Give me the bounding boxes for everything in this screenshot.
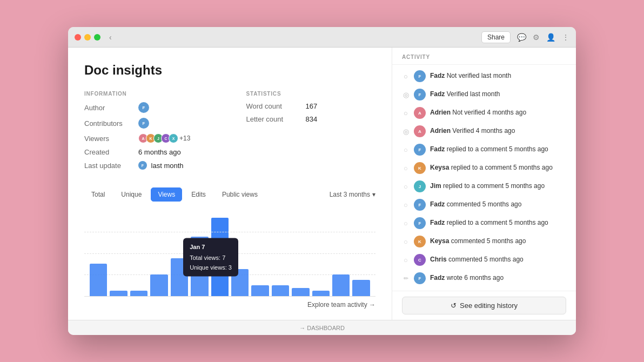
tab-edits[interactable]: Edits xyxy=(184,187,213,202)
minimize-button[interactable] xyxy=(84,34,91,41)
activity-avatar-7: F xyxy=(414,199,426,211)
chart-bar-6[interactable] xyxy=(211,218,229,296)
activity-icon-10: ○ xyxy=(402,256,410,264)
chart-bar-11[interactable] xyxy=(312,291,330,296)
activity-item-9: ○KKeysa commented 5 months ago xyxy=(392,232,576,251)
activity-avatar-5: K xyxy=(414,162,426,174)
bottom-bar: → DASHBOARD xyxy=(68,320,576,335)
activity-text-10: Chris commented 5 months ago xyxy=(430,256,566,264)
activity-item-7: ○FFadz commented 5 months ago xyxy=(392,196,576,214)
activity-item-10: ○CChris commented 5 months ago xyxy=(392,251,576,269)
see-editing-history-button[interactable]: ↺ See editing history xyxy=(402,297,566,314)
word-count-val: 167 xyxy=(306,102,318,110)
activity-panel: ACTIVITY ○FFadz Not verified last month◎… xyxy=(392,48,576,320)
content-area: Doc insights INFORMATION Author F Contri… xyxy=(68,48,576,320)
back-button[interactable]: ‹ xyxy=(109,33,112,42)
activity-item-2: ○AAdrien Not verified 4 months ago xyxy=(392,104,576,122)
activity-header: ACTIVITY xyxy=(392,48,576,65)
activity-avatar-0: F xyxy=(414,70,426,82)
created-key: Created xyxy=(84,148,138,156)
info-stats-row: INFORMATION Author F Contributors F xyxy=(84,91,375,175)
activity-icon-2: ○ xyxy=(402,109,410,117)
letter-count-row: Letter count 834 xyxy=(246,115,376,123)
chart-bar-0[interactable] xyxy=(90,264,107,296)
activity-item-1: ◎FFadz Verified last month xyxy=(392,85,576,104)
chart-bar-13[interactable] xyxy=(352,280,370,296)
activity-avatar-9: K xyxy=(414,236,426,247)
contributors-key: Contributors xyxy=(84,119,138,128)
activity-icon-3: ◎ xyxy=(402,128,410,136)
viewers-count: +13 xyxy=(179,135,190,142)
activity-item-8: ○FFadz replied to a comment 5 months ago xyxy=(392,214,576,232)
created-val: 6 months ago xyxy=(138,148,181,156)
activity-icon-11: ✏ xyxy=(402,275,410,282)
activity-item-6: ○JJim replied to a comment 5 months ago xyxy=(392,177,576,196)
explore-team-activity-link[interactable]: Explore team activity → xyxy=(307,301,375,309)
author-row: Author F xyxy=(84,102,214,113)
tab-views[interactable]: Views xyxy=(151,187,182,202)
share-button[interactable]: Share xyxy=(481,31,511,43)
chart-bar-5[interactable] xyxy=(191,237,208,296)
explore-row: Explore team activity → xyxy=(84,301,375,309)
app-window: ‹ Share 💬 ⚙ 👤 ⋮ Doc insights INFORMATION… xyxy=(68,27,576,335)
titlebar: ‹ Share 💬 ⚙ 👤 ⋮ xyxy=(68,27,576,48)
more-icon[interactable]: ⋮ xyxy=(562,33,569,42)
activity-avatar-3: A xyxy=(414,125,426,137)
fullscreen-button[interactable] xyxy=(94,34,100,41)
close-button[interactable] xyxy=(75,34,81,41)
activity-text-8: Fadz replied to a comment 5 months ago xyxy=(430,219,566,227)
activity-avatar-8: F xyxy=(414,217,426,229)
contributor-avatar: F xyxy=(138,118,149,129)
activity-item-5: ○KKeysa replied to a comment 5 months ag… xyxy=(392,159,576,177)
viewers-row: Viewers A K J C X +13 xyxy=(84,133,214,143)
date-range-label: Last 3 months xyxy=(330,191,370,198)
tab-total[interactable]: Total xyxy=(84,187,112,202)
last-update-key: Last update xyxy=(84,162,138,170)
activity-text-9: Keysa commented 5 months ago xyxy=(430,237,566,246)
main-panel: Doc insights INFORMATION Author F Contri… xyxy=(68,48,392,320)
information-section: INFORMATION Author F Contributors F xyxy=(84,91,214,175)
activity-item-3: ◎AAdrien Verified 4 months ago xyxy=(392,122,576,140)
tab-public-views[interactable]: Public views xyxy=(215,187,265,202)
statistics-label: STATISTICS xyxy=(246,91,376,97)
page-title: Doc insights xyxy=(84,63,375,78)
chart-bar-1[interactable] xyxy=(110,291,127,296)
activity-avatar-10: C xyxy=(414,254,426,266)
activity-avatar-2: A xyxy=(414,107,426,119)
chart-bar-9[interactable] xyxy=(272,285,289,296)
chart-bar-12[interactable] xyxy=(332,274,350,296)
activity-text-3: Adrien Verified 4 months ago xyxy=(430,127,566,136)
activity-item-0: ○FFadz Not verified last month xyxy=(392,67,576,85)
chevron-down-icon: ▾ xyxy=(372,191,375,198)
date-range-selector[interactable]: Last 3 months ▾ xyxy=(330,191,375,198)
activity-list: ○FFadz Not verified last month◎FFadz Ver… xyxy=(392,65,576,291)
history-icon: ↺ xyxy=(451,301,457,310)
chart-bar-4[interactable] xyxy=(171,258,188,296)
settings-icon[interactable]: ⚙ xyxy=(533,33,540,42)
created-row: Created 6 months ago xyxy=(84,148,214,156)
contributors-row: Contributors F xyxy=(84,118,214,129)
activity-item-4: ○FFadz replied to a comment 5 months ago xyxy=(392,140,576,159)
information-label: INFORMATION xyxy=(84,91,214,97)
viewers-val: A K J C X +13 xyxy=(138,133,190,143)
activity-text-4: Fadz replied to a comment 5 months ago xyxy=(430,145,566,154)
viewers-avatars: A K J C X +13 xyxy=(138,133,190,143)
tab-unique[interactable]: Unique xyxy=(114,187,149,202)
chart-bar-2[interactable] xyxy=(130,291,147,296)
letter-count-val: 834 xyxy=(306,115,318,123)
dashboard-link[interactable]: → DASHBOARD xyxy=(299,325,345,331)
activity-icon-9: ○ xyxy=(402,238,410,246)
activity-icon-5: ○ xyxy=(402,164,410,172)
chart-bar-7[interactable] xyxy=(231,269,249,296)
author-key: Author xyxy=(84,104,138,112)
statistics-section: STATISTICS Word count 167 Letter count 8… xyxy=(246,91,376,175)
user-icon[interactable]: 👤 xyxy=(546,33,555,42)
word-count-key: Word count xyxy=(246,102,306,110)
chat-icon[interactable]: 💬 xyxy=(517,33,526,42)
chart-bar-3[interactable] xyxy=(150,274,167,296)
activity-text-6: Jim replied to a comment 5 months ago xyxy=(430,182,566,191)
activity-icon-0: ○ xyxy=(402,72,410,81)
chart-bar-8[interactable] xyxy=(251,285,269,296)
chart-bar-10[interactable] xyxy=(292,288,309,296)
titlebar-actions: Share 💬 ⚙ 👤 ⋮ xyxy=(481,31,569,43)
